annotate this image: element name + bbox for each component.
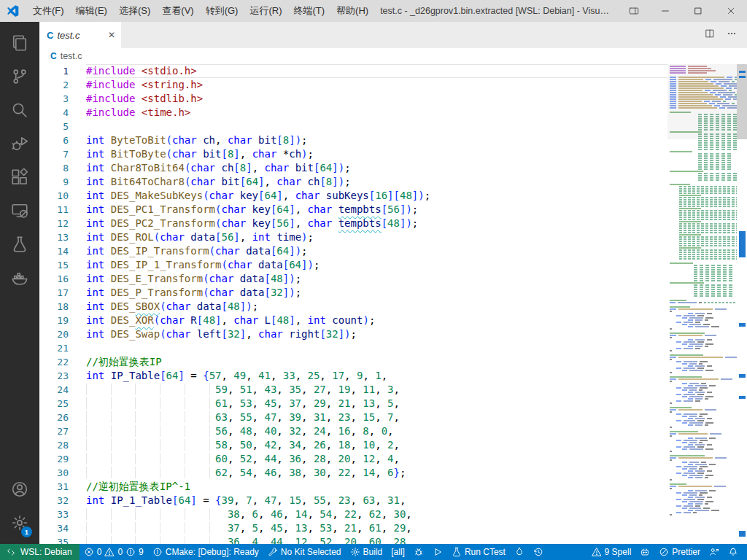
gear-icon: [350, 547, 360, 557]
menu-item-selection[interactable]: 选择(S): [113, 0, 156, 22]
c-file-icon: C: [47, 30, 53, 41]
menu-item-terminal[interactable]: 终端(T): [287, 0, 330, 22]
activity-item-docker[interactable]: [2, 262, 37, 296]
robot-button[interactable]: [635, 544, 654, 560]
activity-item-remote-explorer[interactable]: [2, 195, 37, 229]
line-number: 22: [39, 355, 69, 369]
problems[interactable]: 009: [80, 544, 148, 560]
flame-button[interactable]: [510, 544, 529, 560]
cmake-status[interactable]: CMake: [Debug]: Ready: [148, 544, 263, 560]
code-line: 6int ByteToBit(char ch, char bit[8]);: [39, 133, 667, 147]
line-number: 28: [39, 438, 69, 452]
activity-item-extensions[interactable]: [2, 162, 37, 195]
c-file-icon: C: [50, 51, 57, 61]
split-editor-icon[interactable]: [705, 28, 715, 42]
breadcrumb-file: test.c: [61, 51, 82, 61]
code-line: 4#include <time.h>: [39, 106, 667, 120]
play-icon: [433, 547, 443, 557]
code-editor[interactable]: 1#include <stdio.h>2#include <string.h>3…: [39, 64, 747, 544]
debug-button[interactable]: [409, 544, 428, 560]
diagnostic-mark: [739, 396, 746, 399]
line-number: 7: [39, 147, 69, 161]
code-line: 21: [39, 341, 667, 355]
diagnostic-mark: [739, 76, 746, 78]
menu-item-go[interactable]: 转到(G): [200, 0, 244, 22]
menu-item-help[interactable]: 帮助(H): [330, 0, 374, 22]
feedback-button[interactable]: [705, 544, 724, 560]
code-line: 20int DES_Swap(char left[32], char right…: [39, 327, 667, 341]
bug-icon: [414, 547, 424, 557]
line-number: 34: [39, 521, 69, 535]
code-line: 18int DES_SBOX(char data[48]);: [39, 300, 667, 314]
source-control-icon: [11, 68, 28, 88]
menu-item-file[interactable]: 文件(F): [27, 0, 70, 22]
activity-item-settings[interactable]: 1: [2, 508, 37, 541]
line-number: 35: [39, 535, 69, 544]
status-bar: WSL: Debian009CMake: [Debug]: ReadyNo Ki…: [0, 544, 747, 560]
line-number: 33: [39, 508, 69, 521]
build-button[interactable]: Build: [346, 544, 387, 560]
line-number: 23: [39, 369, 69, 383]
overview-ruler[interactable]: [737, 64, 747, 544]
search-icon: [11, 101, 28, 122]
line-number: 6: [39, 133, 69, 147]
activity-item-run-and-debug[interactable]: [2, 128, 37, 162]
activity-item-explorer[interactable]: [2, 28, 37, 61]
menu-item-edit[interactable]: 编辑(E): [70, 0, 113, 22]
tab-test-c[interactable]: C test.c ✕: [39, 22, 121, 48]
maximize-icon[interactable]: [681, 0, 714, 22]
history-button[interactable]: [529, 544, 548, 560]
customize-layout-icon[interactable]: [619, 0, 649, 22]
tab-label: test.c: [57, 30, 104, 41]
activity-item-source-control[interactable]: [2, 61, 37, 95]
line-number: 12: [39, 217, 69, 230]
line-number: 11: [39, 203, 69, 217]
breadcrumb[interactable]: C test.c: [39, 48, 747, 64]
line-number: 20: [39, 327, 69, 341]
code-line: 11int DES_PC1_Transform(char key[64], ch…: [39, 203, 667, 217]
menu-item-view[interactable]: 查看(V): [156, 0, 199, 22]
status-label: Run CTest: [465, 547, 506, 557]
vscode-logo: [7, 4, 20, 18]
code-line: 10int DES_MakeSubKeys(char key[64], char…: [39, 189, 667, 203]
activity-item-testing[interactable]: [2, 229, 37, 262]
line-number: 4: [39, 106, 69, 120]
line-number: 14: [39, 244, 69, 258]
notifications-bell[interactable]: [724, 544, 743, 560]
close-icon[interactable]: [714, 0, 747, 22]
activity-item-search[interactable]: [2, 95, 37, 128]
line-number: 15: [39, 258, 69, 272]
status-label: [all]: [391, 547, 405, 557]
diagnostic-mark: [739, 374, 746, 378]
remote-indicator[interactable]: WSL: Debian: [0, 544, 80, 560]
code-line: 15int DES_IP_1_Transform(char data[64]);: [39, 258, 667, 272]
launch-button[interactable]: [428, 544, 447, 560]
warning-icon: [592, 547, 602, 557]
extensions-icon: [11, 168, 28, 189]
status-label: Prettier: [672, 547, 700, 557]
line-number: 5: [39, 120, 69, 133]
code-line: 27 56, 48, 40, 32, 24, 16, 8, 0,: [39, 424, 667, 438]
line-number: 24: [39, 383, 69, 397]
menu-item-run[interactable]: 运行(R): [244, 0, 287, 22]
spell-status[interactable]: 9 Spell: [587, 544, 636, 560]
code-line: 25 61, 53, 45, 37, 29, 21, 13, 5,: [39, 397, 667, 411]
code-line: 31//逆初始置换表IP^-1: [39, 480, 667, 494]
line-number: 26: [39, 411, 69, 424]
tab-bar: C test.c ✕: [39, 22, 747, 48]
line-number: 16: [39, 272, 69, 286]
minimap[interactable]: [667, 64, 737, 544]
ctest-button[interactable]: Run CTest: [447, 544, 510, 560]
minimize-icon[interactable]: [649, 0, 681, 22]
line-number: 32: [39, 494, 69, 508]
line-number: 8: [39, 161, 69, 175]
info-icon: [125, 547, 136, 557]
activity-item-accounts[interactable]: [2, 474, 37, 508]
prettier-status[interactable]: Prettier: [654, 544, 705, 560]
more-actions-icon[interactable]: [727, 28, 737, 42]
code-line: 34 37, 5, 45, 13, 53, 21, 61, 29,: [39, 521, 667, 535]
tab-close-icon[interactable]: ✕: [108, 31, 115, 39]
kit-selection[interactable]: No Kit Selected: [263, 544, 346, 560]
code-line: 9int Bit64ToChar8(char bit[64], char ch[…: [39, 175, 667, 189]
build-target[interactable]: [all]: [387, 544, 409, 560]
